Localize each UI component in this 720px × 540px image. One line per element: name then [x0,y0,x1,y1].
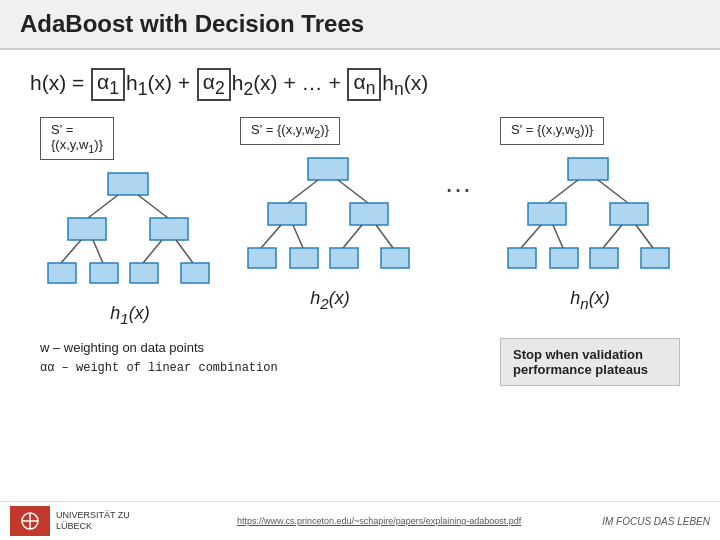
svg-line-14 [288,180,318,203]
svg-line-18 [261,225,281,248]
dots-section: … [430,117,490,199]
svg-line-7 [93,240,103,263]
tree1-svg [43,168,218,298]
svg-rect-10 [130,263,158,283]
formula-hn: hn(x) [382,71,428,94]
svg-rect-4 [150,218,188,240]
svg-rect-21 [290,248,318,268]
svg-rect-15 [268,203,306,225]
svg-rect-12 [181,263,209,283]
svg-line-24 [376,225,393,248]
svg-rect-26 [568,158,608,180]
tree-block-3: S' = {(x,y,w3))} [490,117,690,311]
alpha2-box: α2 [197,68,231,101]
svg-line-3 [138,195,168,218]
footer: UNIVERSITÄT ZU LÜBECK https://www.cs.pri… [0,501,720,540]
svg-line-9 [143,240,162,263]
stop-note: Stop when validation performance plateau… [500,338,680,386]
weight-note: w – weighting on data points [40,338,278,359]
university-logo-icon [10,506,50,536]
svg-rect-0 [108,173,148,195]
formula-h1: h1(x) + [126,71,196,94]
footer-logo: UNIVERSITÄT ZU LÜBECK [10,506,156,536]
tree-block-1: S' ={(x,y,w1)} [30,117,230,326]
svg-rect-38 [641,248,669,268]
tree2-label: S' = {(x,y,w2)} [240,117,340,145]
bottom-left-text: w – weighting on data points αα – weight… [40,338,278,378]
university-name: UNIVERSITÄT ZU LÜBECK [56,510,156,532]
ellipsis: … [444,167,476,199]
svg-rect-6 [48,263,76,283]
svg-line-35 [603,225,622,248]
svg-line-20 [293,225,303,248]
svg-rect-19 [248,248,276,268]
tree1-label: S' ={(x,y,w1)} [40,117,114,160]
title-bar: AdaBoost with Decision Trees [0,0,720,50]
svg-rect-30 [610,203,648,225]
alpha-note: αα – weight of linear combination [40,359,278,378]
svg-line-11 [176,240,193,263]
formula-hx: h(x) = [30,71,90,94]
svg-line-22 [343,225,362,248]
svg-rect-36 [590,248,618,268]
svg-line-1 [88,195,118,218]
tree3-svg [503,153,678,283]
tree1-bottom-label: h1(x) [110,303,149,327]
svg-rect-25 [381,248,409,268]
tree2-svg [243,153,418,283]
svg-rect-17 [350,203,388,225]
svg-rect-23 [330,248,358,268]
bottom-section: w – weighting on data points αα – weight… [30,338,690,386]
tree3-bottom-label: hn(x) [570,288,609,312]
svg-rect-34 [550,248,578,268]
footer-brand: IM FOCUS DAS LEBEN [602,516,710,527]
svg-rect-28 [528,203,566,225]
trees-row: S' ={(x,y,w1)} [30,117,690,326]
svg-rect-13 [308,158,348,180]
svg-line-29 [598,180,628,203]
main-content: h(x) = α1h1(x) + α2h2(x) + … + αnhn(x) S… [0,50,720,396]
svg-line-37 [636,225,653,248]
svg-line-5 [61,240,81,263]
tree-block-2: S' = {(x,y,w2)} [230,117,430,311]
page-title: AdaBoost with Decision Trees [20,10,700,38]
svg-rect-32 [508,248,536,268]
tree3-label: S' = {(x,y,w3))} [500,117,604,145]
formula-h2: h2(x) + … + [232,71,347,94]
svg-line-27 [548,180,578,203]
alpha1-box: α1 [91,68,125,101]
formula: h(x) = α1h1(x) + α2h2(x) + … + αnhn(x) [30,68,690,101]
svg-line-31 [521,225,541,248]
svg-rect-8 [90,263,118,283]
svg-line-16 [338,180,368,203]
tree2-bottom-label: h2(x) [310,288,349,312]
footer-link[interactable]: https://www.cs.princeton.edu/~schapire/p… [237,516,521,526]
alphan-box: αn [347,68,381,101]
svg-rect-2 [68,218,106,240]
svg-line-33 [553,225,563,248]
